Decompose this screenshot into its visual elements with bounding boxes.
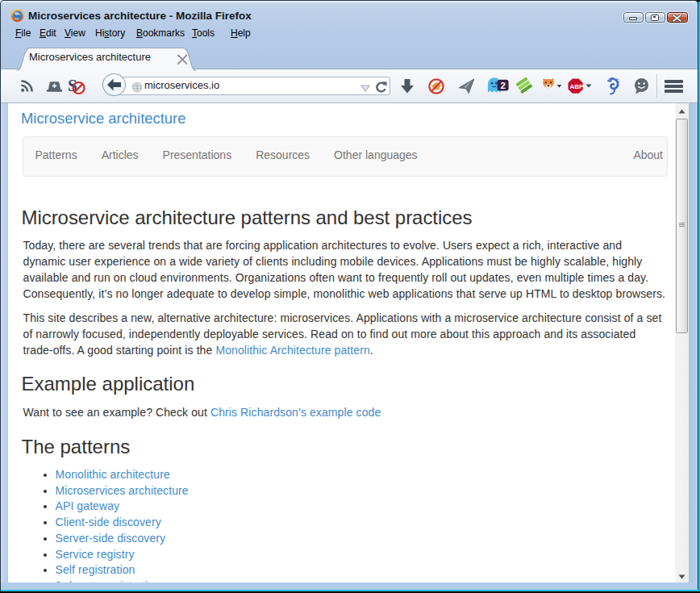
- menu-edit[interactable]: Edit: [40, 27, 56, 39]
- site-navbar: PatternsArticlesPresentationsResourcesOt…: [23, 136, 668, 177]
- close-button[interactable]: [667, 12, 688, 23]
- menu-view[interactable]: View: [65, 27, 85, 39]
- firefox-logo-icon: [10, 9, 24, 23]
- intro-paragraph: Today, there are several trends that are…: [23, 237, 667, 302]
- menubar: FileEditViewHistoryBookmarksToolsHelp: [1, 27, 698, 44]
- inline-link[interactable]: Monolithic Architecture pattern: [215, 344, 369, 357]
- inline-link[interactable]: Chris Richardson’s example code: [210, 406, 381, 419]
- noscript-icon[interactable]: S: [68, 76, 85, 95]
- scrollbar-down-button[interactable]: [675, 570, 689, 583]
- the-patterns-heading: The patterns: [22, 439, 667, 455]
- menu-tools[interactable]: Tools: [192, 27, 215, 39]
- pattern-list-item: Microservices architecture: [56, 483, 667, 499]
- site-brand-link[interactable]: Microservice architecture: [21, 110, 185, 127]
- nav-item: About: [621, 137, 666, 176]
- navigation-toolbar: S microservices.io: [1, 69, 698, 103]
- nav-item: Articles: [90, 137, 151, 176]
- send-plane-icon[interactable]: [458, 78, 475, 94]
- menu-hamburger-icon[interactable]: [665, 77, 683, 95]
- nav-link-patterns[interactable]: Patterns: [23, 137, 90, 173]
- download-arrow-icon[interactable]: [400, 78, 415, 94]
- example-paragraph: Want to see an example? Check out Chris …: [23, 404, 667, 420]
- scroll-down-icon: [678, 574, 685, 579]
- pattern-list-item: 3rd party registration: [56, 578, 667, 583]
- menu-bookmarks[interactable]: Bookmarks: [136, 27, 185, 39]
- menu-history[interactable]: History: [95, 27, 125, 39]
- pattern-link-client-side-discovery[interactable]: Client-side discovery: [56, 516, 161, 528]
- close-icon: [672, 15, 682, 22]
- page-scrollbar[interactable]: [675, 103, 689, 583]
- pattern-list-item: API gateway: [56, 499, 667, 515]
- tab-title: Microservices architecture: [29, 51, 174, 63]
- feedback-smiley-icon[interactable]: [633, 77, 650, 94]
- desktop-edge-bottom: [1, 590, 700, 591]
- nav-item: Presentations: [151, 137, 244, 176]
- pattern-link-3rd-party-registration[interactable]: 3rd party registration: [56, 579, 161, 583]
- description-paragraph: This site describes a new, alternative a…: [23, 310, 667, 358]
- pattern-link-server-side-discovery[interactable]: Server-side discovery: [56, 532, 166, 545]
- window-border-left: [1, 103, 8, 583]
- pattern-link-monolithic-architecture[interactable]: Monolithic architecture: [56, 468, 170, 481]
- nav-link-other-languages[interactable]: Other languages: [322, 137, 430, 173]
- toolbar-separator: [656, 74, 657, 98]
- back-button[interactable]: [102, 73, 126, 96]
- window-controls: [622, 12, 688, 23]
- maximize-icon: [651, 15, 659, 22]
- nav-link-articles[interactable]: Articles: [90, 137, 151, 173]
- window-title: Microservices architecture - Mozilla Fir…: [28, 10, 252, 22]
- scrollbar-thumb[interactable]: [676, 119, 688, 333]
- globe-icon: [131, 81, 143, 93]
- page-title: Microservice architecture patterns and b…: [22, 210, 667, 226]
- flashblock-icon[interactable]: [428, 78, 444, 94]
- scrollbar-grip: [679, 223, 685, 228]
- scroll-up-icon: [678, 109, 685, 114]
- nav-link-presentations[interactable]: Presentations: [151, 137, 244, 173]
- window-border-right: [689, 103, 698, 583]
- tab-strip: Microservices architecture: [1, 44, 698, 69]
- example-application-heading: Example application: [22, 376, 667, 392]
- scrollbar-up-button[interactable]: [675, 104, 689, 118]
- pattern-list-item: Client-side discovery: [56, 515, 667, 531]
- page-content: Microservice architecture PatternsArticl…: [8, 103, 675, 583]
- titlebar[interactable]: Microservices architecture - Mozilla Fir…: [1, 1, 698, 25]
- pattern-link-api-gateway[interactable]: API gateway: [56, 499, 120, 512]
- pattern-link-self-registration[interactable]: Self registration: [56, 563, 135, 576]
- pattern-list-item: Service registry: [56, 547, 667, 563]
- maximize-button[interactable]: [645, 12, 665, 23]
- reload-icon[interactable]: [374, 81, 388, 94]
- nav-link-about[interactable]: About: [621, 137, 666, 173]
- rss-icon[interactable]: [20, 79, 34, 93]
- nav-link-resources[interactable]: Resources: [244, 137, 322, 173]
- url-text[interactable]: microservices.io: [144, 79, 219, 91]
- paragraph-text: Want to see an example? Check out: [23, 406, 210, 419]
- pattern-link-microservices-architecture[interactable]: Microservices architecture: [56, 484, 189, 497]
- foxyproxy-icon[interactable]: [541, 77, 562, 93]
- adblock-plus-icon[interactable]: ABP: [568, 78, 592, 94]
- menu-file[interactable]: File: [15, 27, 31, 39]
- seahorse-icon[interactable]: [606, 77, 619, 95]
- menu-help[interactable]: Help: [231, 27, 251, 39]
- back-arrow-icon: [106, 78, 122, 91]
- url-bar[interactable]: microservices.io: [114, 77, 390, 95]
- ghostery-badge: 2: [500, 81, 505, 90]
- minimize-button[interactable]: [623, 12, 644, 23]
- nav-item: Resources: [244, 137, 322, 176]
- minimize-icon: [629, 17, 637, 20]
- abp-label: ABP: [569, 83, 584, 90]
- patterns-list: Monolithic architectureMicroservices arc…: [23, 467, 667, 583]
- tab-microservices-architecture[interactable]: Microservices architecture: [16, 48, 197, 71]
- pattern-list-item: Server-side discovery: [56, 531, 667, 547]
- paragraph-text: .: [370, 344, 373, 357]
- pattern-link-service-registry[interactable]: Service registry: [56, 548, 135, 561]
- greasemonkey-icon[interactable]: [516, 77, 534, 94]
- tab-close-button[interactable]: [177, 54, 188, 65]
- url-dropdown-icon[interactable]: [360, 85, 370, 92]
- pattern-list-item: Monolithic architecture: [56, 467, 667, 483]
- nav-item: Other languages: [322, 137, 430, 176]
- fullscreen-plus-icon[interactable]: [46, 80, 63, 92]
- ghostery-icon[interactable]: 2: [487, 77, 509, 96]
- nav-item: Patterns: [23, 137, 90, 176]
- pattern-list-item: Self registration: [56, 562, 667, 578]
- browser-window: Microservices architecture - Mozilla Fir…: [0, 0, 698, 591]
